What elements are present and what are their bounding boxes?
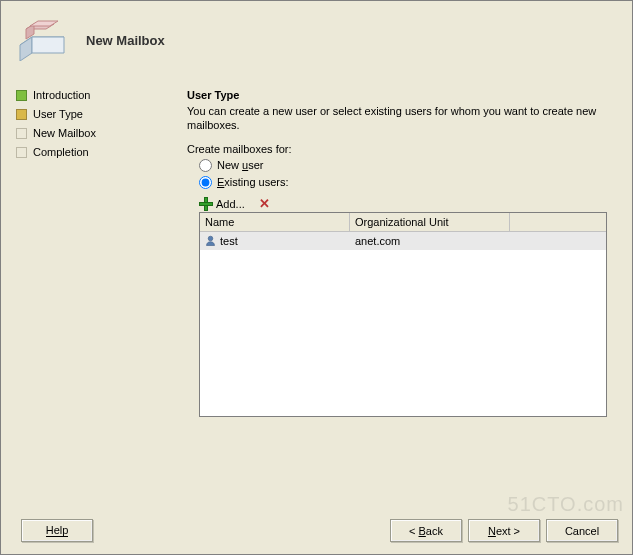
table-row[interactable]: test anet.com [200,232,606,250]
wizard-nav-buttons: < Back Next > Cancel [390,519,618,542]
cell-name: test [200,235,350,247]
column-header-name[interactable]: Name [200,213,350,231]
help-button[interactable]: Help [21,519,93,542]
radio-existing-users-label: Existing users: [217,176,289,188]
cancel-button[interactable]: Cancel [546,519,618,542]
step-label: Completion [33,146,89,158]
step-new-mailbox: New Mailbox [16,127,156,139]
users-table[interactable]: Name Organizational Unit test anet.com [199,212,607,417]
svg-marker-5 [30,21,58,26]
step-label: User Type [33,108,83,120]
table-header: Name Organizational Unit [200,213,606,232]
users-toolbar: Add... ✕ [199,197,607,211]
step-label: Introduction [33,89,90,101]
add-button[interactable]: Add... [199,197,245,211]
svg-marker-1 [20,37,32,61]
step-completion: Completion [16,146,156,158]
step-user-type: User Type [16,108,156,120]
step-label: New Mailbox [33,127,96,139]
wizard-title: New Mailbox [86,33,165,48]
page-heading: User Type [187,89,607,101]
column-header-spacer [510,213,606,231]
step-status-icon [16,128,27,139]
cell-name-text: test [220,235,238,247]
step-status-icon [16,147,27,158]
help-area: Help [21,519,93,542]
create-mailboxes-label: Create mailboxes for: [187,143,607,155]
plus-icon [199,197,213,211]
add-button-label: Add... [216,198,245,210]
next-button[interactable]: Next > [468,519,540,542]
mailbox-icon [16,19,74,61]
wizard-header: New Mailbox [16,19,165,61]
radio-new-user-label: New user [217,159,263,171]
wizard-steps-sidebar: Introduction User Type New Mailbox Compl… [16,89,156,165]
cell-ou: anet.com [350,235,510,247]
wizard-window: New Mailbox Introduction User Type New M… [0,0,633,555]
radio-existing-users[interactable]: Existing users: [199,176,607,189]
radio-new-user-input[interactable] [199,159,212,172]
step-introduction: Introduction [16,89,156,101]
radio-new-user[interactable]: New user [199,159,607,172]
step-status-icon [16,90,27,101]
remove-button[interactable]: ✕ [259,197,270,210]
watermark: 51CTO.com [508,493,624,516]
page-description: You can create a new user or select exis… [187,104,607,133]
user-icon [205,235,216,246]
column-header-ou[interactable]: Organizational Unit [350,213,510,231]
svg-point-6 [208,236,213,241]
x-icon: ✕ [259,196,270,211]
radio-existing-users-input[interactable] [199,176,212,189]
back-button[interactable]: < Back [390,519,462,542]
step-status-icon [16,109,27,120]
wizard-main-panel: User Type You can create a new user or s… [187,89,607,417]
svg-marker-2 [32,37,64,53]
